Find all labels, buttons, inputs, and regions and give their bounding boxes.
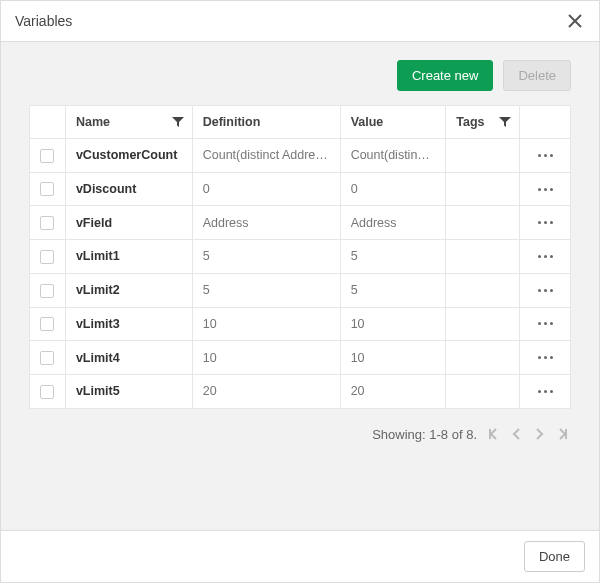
- row-name: vLimit4: [65, 341, 192, 375]
- header-value-label: Value: [351, 115, 384, 129]
- row-actions-menu[interactable]: [530, 188, 560, 191]
- action-bar: Create new Delete: [29, 60, 571, 91]
- create-new-button[interactable]: Create new: [397, 60, 493, 91]
- row-checkbox-cell: [30, 374, 66, 408]
- row-value: 0: [340, 172, 446, 206]
- header-name-label: Name: [76, 115, 110, 129]
- header-value[interactable]: Value: [340, 106, 446, 139]
- row-definition: 5: [192, 240, 340, 274]
- row-actions-menu[interactable]: [530, 255, 560, 258]
- header-definition[interactable]: Definition: [192, 106, 340, 139]
- row-checkbox[interactable]: [40, 385, 54, 399]
- row-actions-menu[interactable]: [530, 322, 560, 325]
- table-row[interactable]: vFieldAddressAddress: [30, 206, 571, 240]
- pager-next[interactable]: [533, 428, 545, 440]
- row-actions-cell: [520, 341, 571, 375]
- variables-dialog: Variables Create new Delete Name: [0, 0, 600, 583]
- header-select: [30, 106, 66, 139]
- row-checkbox-cell: [30, 172, 66, 206]
- row-value: 20: [340, 374, 446, 408]
- dialog-header: Variables: [1, 1, 599, 42]
- row-definition: 20: [192, 374, 340, 408]
- pager-first[interactable]: [489, 428, 501, 440]
- row-definition: Count(distinct Address): [192, 139, 340, 173]
- row-checkbox-cell: [30, 273, 66, 307]
- row-tags: [446, 172, 520, 206]
- filter-icon[interactable]: [172, 116, 184, 128]
- row-actions-menu[interactable]: [530, 390, 560, 393]
- row-value: 5: [340, 273, 446, 307]
- row-tags: [446, 374, 520, 408]
- row-checkbox-cell: [30, 206, 66, 240]
- row-actions-menu[interactable]: [530, 154, 560, 157]
- row-checkbox[interactable]: [40, 182, 54, 196]
- row-checkbox[interactable]: [40, 216, 54, 230]
- row-name: vDiscount: [65, 172, 192, 206]
- row-checkbox[interactable]: [40, 284, 54, 298]
- pager-nav: [489, 428, 567, 440]
- delete-button: Delete: [503, 60, 571, 91]
- header-tags[interactable]: Tags: [446, 106, 520, 139]
- row-name: vLimit1: [65, 240, 192, 274]
- header-name[interactable]: Name: [65, 106, 192, 139]
- row-actions-menu[interactable]: [530, 289, 560, 292]
- pager-status: Showing: 1-8 of 8.: [372, 427, 477, 442]
- pager-last[interactable]: [555, 428, 567, 440]
- row-tags: [446, 273, 520, 307]
- row-actions-cell: [520, 374, 571, 408]
- row-checkbox[interactable]: [40, 317, 54, 331]
- table-row[interactable]: vDiscount00: [30, 172, 571, 206]
- row-name: vLimit2: [65, 273, 192, 307]
- row-name: vLimit5: [65, 374, 192, 408]
- close-button[interactable]: [565, 11, 585, 31]
- row-checkbox[interactable]: [40, 250, 54, 264]
- row-definition: 10: [192, 307, 340, 341]
- table-row[interactable]: vLimit41010: [30, 341, 571, 375]
- row-tags: [446, 139, 520, 173]
- row-checkbox-cell: [30, 307, 66, 341]
- table-row[interactable]: vLimit255: [30, 273, 571, 307]
- row-actions-menu[interactable]: [530, 221, 560, 224]
- row-tags: [446, 307, 520, 341]
- row-actions-menu[interactable]: [530, 356, 560, 359]
- dialog-title: Variables: [15, 13, 72, 29]
- header-actions: [520, 106, 571, 139]
- dialog-body: Create new Delete Name Definition: [1, 42, 599, 530]
- row-actions-cell: [520, 172, 571, 206]
- row-value: 10: [340, 307, 446, 341]
- table-row[interactable]: vCustomerCountCount(distinct Address)Cou…: [30, 139, 571, 173]
- row-tags: [446, 240, 520, 274]
- row-name: vField: [65, 206, 192, 240]
- row-actions-cell: [520, 240, 571, 274]
- row-checkbox[interactable]: [40, 149, 54, 163]
- row-name: vLimit3: [65, 307, 192, 341]
- filter-icon[interactable]: [499, 116, 511, 128]
- row-name: vCustomerCount: [65, 139, 192, 173]
- row-checkbox-cell: [30, 341, 66, 375]
- row-value: 5: [340, 240, 446, 274]
- table-row[interactable]: vLimit31010: [30, 307, 571, 341]
- pager: Showing: 1-8 of 8.: [29, 427, 571, 442]
- row-actions-cell: [520, 139, 571, 173]
- row-value: Address: [340, 206, 446, 240]
- header-definition-label: Definition: [203, 115, 261, 129]
- variables-table: Name Definition Value Tags: [29, 105, 571, 409]
- header-tags-label: Tags: [456, 115, 484, 129]
- close-icon: [568, 14, 582, 28]
- table-row[interactable]: vLimit52020: [30, 374, 571, 408]
- dialog-footer: Done: [1, 530, 599, 582]
- row-tags: [446, 341, 520, 375]
- row-definition: 5: [192, 273, 340, 307]
- row-value: 10: [340, 341, 446, 375]
- row-checkbox[interactable]: [40, 351, 54, 365]
- row-tags: [446, 206, 520, 240]
- row-checkbox-cell: [30, 240, 66, 274]
- table-row[interactable]: vLimit155: [30, 240, 571, 274]
- row-checkbox-cell: [30, 139, 66, 173]
- done-button[interactable]: Done: [524, 541, 585, 572]
- row-actions-cell: [520, 307, 571, 341]
- pager-prev[interactable]: [511, 428, 523, 440]
- svg-marker-3: [499, 117, 511, 127]
- row-definition: Address: [192, 206, 340, 240]
- row-actions-cell: [520, 273, 571, 307]
